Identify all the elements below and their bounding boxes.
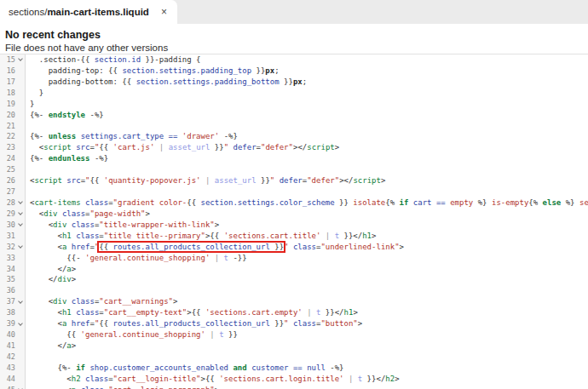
fold-spacer (15, 164, 26, 175)
line-number: 18 (0, 88, 15, 99)
gutter-cell: 25 (0, 164, 26, 175)
fold-spacer (15, 88, 26, 99)
code-token: {{ (187, 198, 200, 207)
code-token: }} (257, 176, 270, 185)
code-line[interactable]: 16 padding-top: {{ section.settings.padd… (0, 66, 588, 77)
code-token: {{ (30, 330, 81, 339)
code-line[interactable]: 22{%- unless settings.cart_type == 'draw… (0, 131, 588, 142)
code-token: }} (280, 77, 293, 86)
code-line[interactable]: 26<script src="{{ 'quantity-popover.js' … (0, 175, 588, 186)
code-line[interactable]: 44 <h2 class="cart__login-title">{{ 'sec… (0, 374, 588, 385)
code-token: ; (274, 66, 279, 75)
code-token: "underlined-link" (320, 243, 399, 251)
code-line[interactable]: 38 <h1 class="cart__empty-text">{{ 'sect… (0, 307, 588, 318)
code-token: 'sections.cart.empty' (205, 308, 303, 317)
line-number: 43 (0, 363, 15, 374)
code-line-text: {{- 'general.continue_shopping' | t -}} (26, 253, 247, 264)
code-line[interactable]: 18 } (0, 88, 588, 99)
code-token: class (76, 232, 99, 240)
code-line[interactable]: 25 (0, 164, 588, 175)
code-token: > (72, 265, 76, 273)
code-line[interactable]: 37 <div class="cart__warnings"> (0, 296, 588, 307)
code-token: h1 (344, 308, 354, 317)
code-line[interactable]: 34 </a> (0, 264, 588, 275)
fold-spacer (15, 352, 26, 363)
line-number: 44 (0, 374, 15, 385)
fold-spacer (15, 274, 26, 285)
fold-chevron-icon[interactable] (15, 242, 26, 253)
line-number: 23 (0, 142, 15, 153)
code-line[interactable]: 42 (0, 352, 588, 363)
code-line[interactable]: 45 <p class="cart__login-paragraph"> (0, 385, 588, 389)
code-token: -%} (85, 111, 104, 119)
code-line[interactable]: 15 .section-{{ section.id }}-padding { (0, 54, 588, 66)
gutter-cell: 23 (0, 142, 26, 153)
editor-tab-bar: sections/main-cart-items.liquid × (0, 0, 588, 24)
code-token: isolate (349, 198, 385, 207)
line-number: 27 (0, 186, 15, 197)
code-token: 'sections.cart.login.title' (219, 375, 343, 383)
line-number: 37 (0, 296, 15, 307)
code-token: "cart__warnings" (99, 297, 173, 306)
code-token: > (173, 297, 177, 306)
code-line[interactable]: 19} (0, 99, 588, 110)
code-token: section.settings.color_scheme (201, 198, 335, 207)
code-token: {{ (99, 319, 112, 328)
line-number: 16 (0, 66, 15, 77)
code-token: "title title--primary" (104, 232, 205, 240)
code-line[interactable]: 31 <h1 class="title title--primary">{{ '… (0, 231, 588, 242)
gutter-cell: 37 (0, 296, 26, 307)
fold-chevron-icon[interactable] (15, 220, 26, 231)
code-line[interactable]: 17 padding-bottom: {{ section.settings.p… (0, 77, 588, 88)
code-line[interactable]: 33 {{- 'general.continue_shopping' | t -… (0, 253, 588, 264)
code-token: h1 (362, 232, 372, 240)
fold-chevron-icon[interactable] (15, 197, 26, 209)
code-token: "gradient color- (113, 198, 187, 207)
code-editor[interactable]: 15 .section-{{ section.id }}-padding {16… (0, 54, 588, 389)
code-token: >{{ (205, 232, 224, 240)
code-token: script (34, 176, 62, 185)
code-line[interactable]: 36 (0, 285, 588, 296)
fold-chevron-icon[interactable] (15, 318, 26, 329)
fold-spacer (15, 307, 26, 318)
code-token: endstyle (49, 111, 85, 119)
code-line[interactable]: 40 {{ 'general.continue_shopping' | t }} (0, 329, 588, 340)
line-number: 45 (0, 385, 15, 389)
code-line[interactable]: 41 </a> (0, 340, 588, 352)
code-token: section.id (95, 55, 141, 64)
code-token: class (62, 209, 85, 218)
code-token: h2 (72, 375, 81, 383)
code-token: "defer" (261, 143, 293, 152)
code-token: class (81, 386, 104, 389)
code-line[interactable]: 30 <div class="title-wrapper-with-link"> (0, 220, 588, 231)
code-line-text: <h1 class="cart__empty-text">{{ 'section… (26, 307, 358, 318)
fold-spacer (15, 131, 26, 142)
code-token: } (30, 89, 43, 97)
fold-chevron-icon[interactable] (15, 385, 26, 389)
fold-chevron-icon[interactable] (15, 209, 26, 220)
code-line[interactable]: 20{%- endstyle -%} (0, 110, 588, 121)
code-token: section.settings.padding_bottom (136, 77, 280, 86)
line-number: 30 (0, 220, 15, 231)
gutter-cell: 19 (0, 99, 26, 110)
code-line[interactable]: 28<cart-items class="gradient color-{{ s… (0, 197, 588, 209)
fold-chevron-icon[interactable] (15, 54, 26, 66)
fold-chevron-icon[interactable] (15, 296, 26, 307)
code-line[interactable]: 23 <script src="{{ 'cart.js' | asset_url… (0, 142, 588, 153)
gutter-cell: 41 (0, 340, 26, 352)
tab-main-cart-items[interactable]: sections/main-cart-items.liquid × (0, 0, 177, 24)
code-line[interactable]: 27 (0, 186, 588, 197)
code-token: section.settings.padding_top (122, 66, 251, 75)
code-line[interactable]: 21 (0, 121, 588, 132)
code-line[interactable]: 39 <a href="{{ routes.all_products_colle… (0, 318, 588, 329)
close-icon[interactable]: × (161, 7, 167, 17)
code-token: and (233, 363, 246, 372)
code-line[interactable]: 32 <a href="{{ routes.all_products_colle… (0, 242, 588, 253)
code-line[interactable]: 29 <div class="page-width"> (0, 209, 588, 220)
code-line[interactable]: 43 {%- if shop.customer_accounts_enabled… (0, 363, 588, 374)
code-token: ></ (339, 176, 353, 185)
code-token: script (307, 143, 335, 152)
code-line[interactable]: 35 </div> (0, 274, 588, 285)
code-line-text: </a> (26, 340, 76, 352)
code-line[interactable]: 24{%- endunless -%} (0, 153, 588, 164)
